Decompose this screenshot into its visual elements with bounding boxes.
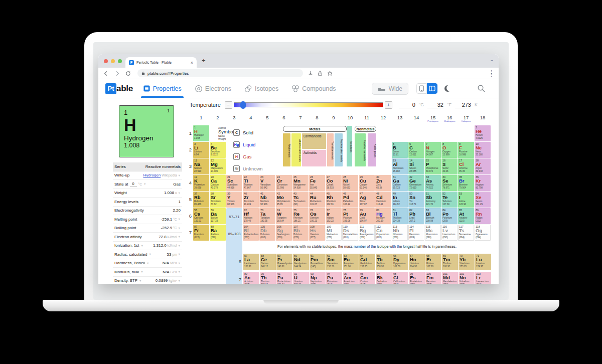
element-cell-Cs[interactable]: 55CsCaesium132.91: [193, 208, 209, 224]
element-cell-Ru[interactable]: 44RuRuthenium101.07: [309, 192, 325, 208]
chevron-down-icon[interactable]: ▼: [178, 262, 181, 265]
element-cell-La[interactable]: 57LaLanthanum138.91: [243, 254, 259, 270]
element-cell-K[interactable]: 19KPotassium39.098: [193, 175, 209, 191]
chevron-down-icon[interactable]: ▼: [178, 227, 181, 230]
element-cell-Th[interactable]: 90ThThorium232.04: [260, 272, 276, 284]
element-cell-Mt[interactable]: 109MtMeitnerium(278): [326, 225, 342, 241]
tabstrip-chevron-icon[interactable]: ⌄: [490, 57, 494, 62]
element-cell-Mn[interactable]: 25MnManganese54.938: [292, 175, 309, 191]
element-cell-Cm[interactable]: 96CmCurium(247): [359, 272, 375, 284]
element-cell-B[interactable]: 5BBoron10.81: [392, 142, 408, 158]
temperature-minus-button[interactable]: −: [225, 101, 232, 109]
maximize-window-button[interactable]: [118, 59, 122, 63]
element-cell-Se[interactable]: 34SeSelenium78.971: [441, 175, 458, 191]
element-cell-Si[interactable]: 14SiSilicon28.085: [408, 158, 424, 174]
property-row-modulus-bulk[interactable]: Modulus, bulk▼N/AGPa▼: [113, 268, 182, 277]
element-cell-Cf[interactable]: 98CfCalifornium(251): [392, 272, 408, 284]
close-window-button[interactable]: [104, 59, 108, 63]
chevron-down-icon[interactable]: ▼: [146, 262, 149, 265]
element-cell-Sn[interactable]: 50SnTin118.71: [408, 192, 424, 208]
chevron-down-icon[interactable]: ▼: [143, 183, 146, 186]
element-cell-Ac[interactable]: 89AcActinium(227): [243, 272, 259, 284]
element-cell-Mg[interactable]: 12MgMagnesium24.305: [210, 158, 226, 174]
element-cell-Na[interactable]: 11NaSodium22.990: [193, 158, 209, 174]
element-cell-Tm[interactable]: 69TmThulium168.93: [442, 254, 458, 270]
tab-compounds[interactable]: Compounds: [291, 79, 336, 98]
element-cell-Ag[interactable]: 47AgSilver107.87: [359, 192, 375, 208]
element-cell-Fm[interactable]: 100FmFermium(257): [425, 272, 441, 284]
chevron-down-icon[interactable]: ▼: [178, 244, 181, 247]
address-field[interactable]: ptable.com/#Properties: [137, 69, 303, 77]
element-cell-Sg[interactable]: 106SgSeaborgium(269): [276, 225, 292, 241]
element-cell-N[interactable]: 7NNitrogen14.007: [425, 142, 441, 158]
category-strip-actinoids[interactable]: Actinoids: [302, 150, 326, 166]
element-cell-Os[interactable]: 76OsOsmium190.23: [309, 208, 325, 224]
element-cell-Sm[interactable]: 62SmSamarium150.36: [326, 254, 342, 270]
back-icon[interactable]: [103, 71, 109, 76]
element-cell-Tb[interactable]: 65TbTerbium158.93: [376, 254, 392, 270]
bookmark-star-icon[interactable]: [327, 71, 333, 76]
chevron-down-icon[interactable]: ▼: [178, 192, 181, 195]
search-icon[interactable]: [477, 84, 486, 93]
element-cell-At[interactable]: 85AtAstatine(210): [458, 208, 474, 224]
property-row-weight[interactable]: Weight1.008u▼: [113, 189, 182, 198]
element-cell-Es[interactable]: 99EsEinsteinium(252): [409, 272, 425, 284]
element-cell-Cn[interactable]: 112CnCopernicium(285): [375, 225, 391, 241]
element-cell-V[interactable]: 23VVanadium50.942: [259, 175, 275, 191]
fahrenheit-input[interactable]: 32: [427, 102, 443, 108]
minimize-window-button[interactable]: [111, 59, 115, 63]
element-cell-Og[interactable]: 118OgOganesson(294): [475, 225, 491, 241]
category-strip-metalloid[interactable]: Metalloids: [347, 126, 352, 166]
forward-icon[interactable]: [114, 71, 120, 76]
property-row-ionization-1st[interactable]: Ionization, 1st▼1,312.0kJ/mol▼: [113, 242, 182, 251]
element-cell-Er[interactable]: 68ErErbium167.26: [425, 254, 441, 270]
chevron-down-icon[interactable]: ▼: [140, 270, 143, 273]
property-row-melting-point[interactable]: Melting point-259.1°C▼: [113, 215, 182, 224]
element-cell-Zn[interactable]: 30ZnZinc65.38: [375, 175, 391, 191]
element-cell-F[interactable]: 9FFluorine18.998: [458, 142, 474, 158]
element-cell-Pt[interactable]: 78PtPlatinum195.08: [342, 208, 358, 224]
element-cell-Rh[interactable]: 45RhRhodium102.91: [326, 192, 342, 208]
element-cell-Pa[interactable]: 91PaProtactinium231.04: [276, 272, 292, 284]
browser-tab[interactable]: P Periodic Table - Ptable ×: [125, 57, 197, 68]
property-row-state-at[interactable]: State at0°C▼Gas: [113, 180, 182, 189]
category-strip-alkali[interactable]: Alkali metals: [283, 133, 290, 166]
element-cell-Ta[interactable]: 73TaTantalum180.95: [259, 208, 275, 224]
element-cell-Lu[interactable]: 71LuLutetium174.97: [475, 254, 491, 270]
single-pane-button[interactable]: [416, 83, 427, 94]
element-cell-Zr[interactable]: 40ZrZirconium91.224: [243, 192, 259, 208]
element-cell-Hf[interactable]: 72HfHafnium178.49: [243, 208, 259, 224]
element-cell-Ce[interactable]: 58CeCerium140.12: [260, 254, 276, 270]
element-cell-Rb[interactable]: 37RbRubidium85.468: [193, 192, 209, 208]
element-cell-Cd[interactable]: 48CdCadmium112.41: [375, 192, 391, 208]
element-cell-Ts[interactable]: 117TsTennessine(294): [458, 225, 474, 241]
element-cell-H[interactable]: 1HHydrogen1.008: [193, 125, 209, 141]
chevron-down-icon[interactable]: ▼: [140, 244, 143, 247]
element-cell-Tc[interactable]: 43TcTechnetium(98): [292, 192, 309, 208]
element-cell-Fe[interactable]: 26FeIron55.845: [309, 175, 325, 191]
category-strip-alkaline[interactable]: Alkaline earth metals: [291, 133, 301, 166]
writeup-link[interactable]: Hydrogen: [143, 173, 161, 177]
element-cell-Bh[interactable]: 107BhBohrium(270): [292, 225, 309, 241]
category-strip-noble[interactable]: Noble gases: [368, 133, 376, 166]
category-strip-post[interactable]: Post-transition metals: [335, 133, 343, 166]
element-cell-Ra[interactable]: 88RaRadium(226): [210, 225, 226, 241]
element-cell-Ir[interactable]: 77IrIridium192.22: [326, 208, 342, 224]
ptable-logo[interactable]: Pt able: [105, 83, 133, 94]
chevron-down-icon[interactable]: ▼: [178, 279, 181, 282]
element-cell-Ca[interactable]: 20CaCalcium40.078: [210, 175, 226, 191]
element-cell-Pb[interactable]: 82PbLead207.2: [408, 208, 424, 224]
element-cell-Kr[interactable]: 36KrKrypton83.798: [475, 175, 491, 191]
element-cell-Mo[interactable]: 42MoMolybdenum95.95: [276, 192, 292, 208]
element-cell-Dy[interactable]: 66DyDysprosium162.50: [392, 254, 408, 270]
element-cell-Cr[interactable]: 24CrChromium51.996: [276, 175, 292, 191]
tab-isotopes[interactable]: Isotopes: [244, 79, 278, 98]
element-cell-Sr[interactable]: 38SrStrontium87.62: [210, 192, 226, 208]
chevron-down-icon[interactable]: ▼: [178, 235, 181, 238]
download-icon[interactable]: [308, 71, 313, 76]
element-cell-Sb[interactable]: 51SbAntimony121.76: [425, 192, 441, 208]
property-row-boiling-point[interactable]: Boiling point-252.9°C▼: [113, 224, 182, 233]
element-cell-S[interactable]: 16SSulfur32.06: [441, 158, 458, 174]
element-cell-Xe[interactable]: 54XeXenon131.29: [475, 192, 491, 208]
property-row-energy-levels[interactable]: Energy levels1: [113, 198, 182, 207]
